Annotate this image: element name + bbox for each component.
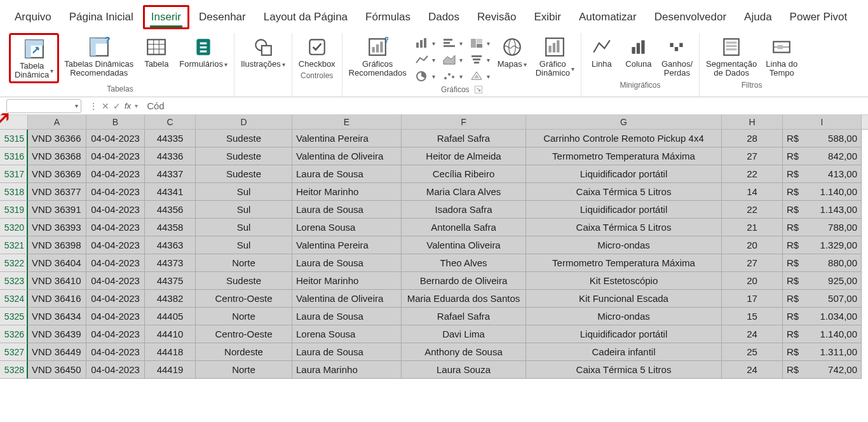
chart-line-button[interactable]: ▾ — [412, 52, 438, 67]
cell[interactable]: 44337 — [145, 165, 196, 183]
chart-radar-button[interactable]: ▾ — [466, 69, 492, 84]
cell[interactable]: R$1.140,00 — [783, 325, 862, 343]
cell[interactable]: Maria Eduarda dos Santos — [402, 290, 526, 308]
cell[interactable]: 44358 — [145, 219, 196, 236]
cell[interactable]: Laura Marinho — [292, 361, 402, 379]
cell[interactable]: Heitor de Almeida — [402, 147, 526, 165]
cell[interactable]: 44405 — [145, 308, 196, 325]
row-header[interactable]: 5326 — [0, 325, 28, 343]
cell[interactable]: Centro-Oeste — [196, 290, 292, 308]
ribbon-tabelas-dinâmicas-recomendadas-button[interactable]: ?Tabelas Dinâmicas Recomendadas — [60, 33, 137, 79]
cell[interactable]: 22 — [722, 165, 783, 183]
cell[interactable]: 04-04-2023 — [86, 361, 145, 379]
select-all-corner[interactable]: ➔ — [0, 115, 28, 129]
cell[interactable]: 28 — [722, 130, 783, 147]
menu-tab-ajuda[interactable]: Ajuda — [736, 5, 780, 29]
cell[interactable]: Norte — [196, 308, 292, 325]
chart-scatter-button[interactable]: ▾ — [439, 69, 465, 84]
cell[interactable]: Kit Estetoscópio — [526, 272, 722, 290]
cell[interactable]: VND 36449 — [28, 343, 86, 361]
cell[interactable]: Caixa Térmica 5 Litros — [526, 219, 722, 236]
cell[interactable]: 44341 — [145, 183, 196, 201]
chart-bar-button[interactable]: ▾ — [412, 36, 438, 51]
column-header-B[interactable]: B — [86, 115, 145, 129]
chart-funnel-button[interactable]: ▾ — [466, 52, 492, 67]
ribbon-tabela-button[interactable]: Tabela — [139, 33, 174, 70]
cell[interactable]: Micro-ondas — [526, 236, 722, 254]
row-header[interactable]: 5328 — [0, 361, 28, 379]
ribbon-tabela-dinâmica-button[interactable]: Tabela Dinâmica▾ — [9, 33, 59, 83]
row-header[interactable]: 5325 — [0, 308, 28, 325]
cell[interactable]: Kit Funcional Escada — [526, 290, 722, 308]
menu-tab-power-pivot[interactable]: Power Pivot — [782, 5, 856, 29]
cell[interactable]: Laura Souza — [402, 361, 526, 379]
menu-tab-dados[interactable]: Dados — [420, 5, 468, 29]
row-header[interactable]: 5327 — [0, 343, 28, 361]
cell[interactable]: Isadora Safra — [402, 201, 526, 219]
cell[interactable]: R$788,00 — [783, 219, 862, 236]
cell[interactable]: VND 36416 — [28, 290, 86, 308]
cancel-icon[interactable]: ✕ — [102, 101, 109, 111]
row-header[interactable]: 5322 — [0, 254, 28, 272]
ribbon-coluna-button[interactable]: Coluna — [621, 33, 656, 70]
cell[interactable]: Laura de Sousa — [292, 254, 402, 272]
fx-icon[interactable]: fx — [125, 101, 131, 111]
column-header-D[interactable]: D — [196, 115, 292, 129]
cell[interactable]: 04-04-2023 — [86, 201, 145, 219]
menu-tab-automatizar[interactable]: Automatizar — [571, 5, 645, 29]
chart-hbar-button[interactable]: ▾ — [439, 36, 465, 51]
ribbon-linha-button[interactable]: Linha — [584, 33, 620, 70]
cell[interactable]: VND 36377 — [28, 183, 86, 201]
menu-tab-revisão[interactable]: Revisão — [469, 5, 524, 29]
cell[interactable]: Sul — [196, 219, 292, 236]
column-header-G[interactable]: G — [526, 115, 722, 129]
cell[interactable]: Anthony de Sousa — [402, 343, 526, 361]
cell[interactable]: Liquidificador portátil — [526, 201, 722, 219]
cell[interactable]: 27 — [722, 147, 783, 165]
cell[interactable]: VND 36398 — [28, 236, 86, 254]
cell[interactable]: Termometro Temperatura Máxima — [526, 254, 722, 272]
confirm-icon[interactable]: ✓ — [113, 101, 121, 111]
cell[interactable]: 44418 — [145, 343, 196, 361]
ribbon-ganhos-perdas-button[interactable]: Ganhos/ Perdas — [658, 33, 696, 79]
cell[interactable]: 04-04-2023 — [86, 183, 145, 201]
menu-tab-página-inicial[interactable]: Página Inicial — [61, 5, 142, 29]
cell[interactable]: Valentina de Oliveira — [292, 147, 402, 165]
ribbon-ilustrações-button[interactable]: Ilustrações▾ — [237, 33, 289, 70]
row-header[interactable]: 5316 — [0, 147, 28, 165]
cell[interactable]: 04-04-2023 — [86, 236, 145, 254]
cell[interactable]: R$1.034,00 — [783, 308, 862, 325]
chart-tree-button[interactable]: ▾ — [466, 36, 492, 51]
chart-area-button[interactable]: ▾ — [439, 52, 465, 67]
cell[interactable]: R$842,00 — [783, 147, 862, 165]
cell[interactable]: 14 — [722, 183, 783, 201]
cell[interactable]: 22 — [722, 201, 783, 219]
cell[interactable]: 15 — [722, 308, 783, 325]
cell[interactable]: Nordeste — [196, 343, 292, 361]
menu-tab-exibir[interactable]: Exibir — [526, 5, 569, 29]
cell[interactable]: 44373 — [145, 254, 196, 272]
cell[interactable]: Carrinho Controle Remoto Pickup 4x4 — [526, 130, 722, 147]
row-header[interactable]: 5319 — [0, 201, 28, 219]
cell[interactable]: 21 — [722, 219, 783, 236]
cell[interactable]: Termometro Temperatura Máxima — [526, 147, 722, 165]
cell[interactable]: Heitor Marinho — [292, 272, 402, 290]
cell[interactable]: VND 36368 — [28, 147, 86, 165]
cell[interactable]: 04-04-2023 — [86, 165, 145, 183]
cell[interactable]: 04-04-2023 — [86, 254, 145, 272]
cell[interactable]: Laura de Sousa — [292, 201, 402, 219]
ribbon-segmentação-de-dados-button[interactable]: Segmentação de Dados — [702, 33, 761, 79]
cell[interactable]: Centro-Oeste — [196, 325, 292, 343]
cell[interactable]: Valentina Oliveira — [402, 236, 526, 254]
menu-tab-arquivo[interactable]: Arquivo — [6, 5, 60, 29]
chevron-down-icon[interactable]: ▾ — [135, 102, 138, 109]
row-header[interactable]: 5323 — [0, 272, 28, 290]
row-header[interactable]: 5315 — [0, 130, 28, 147]
cell[interactable]: 27 — [722, 254, 783, 272]
cell[interactable]: R$413,00 — [783, 165, 862, 183]
cell[interactable]: Bernardo de Oliveira — [402, 272, 526, 290]
cell[interactable]: Cecília Ribeiro — [402, 165, 526, 183]
cell[interactable]: VND 36450 — [28, 361, 86, 379]
cell[interactable]: Valentina de Oliveira — [292, 290, 402, 308]
cell[interactable]: Sudeste — [196, 272, 292, 290]
